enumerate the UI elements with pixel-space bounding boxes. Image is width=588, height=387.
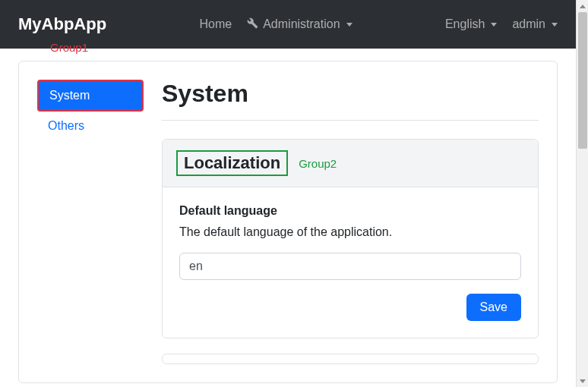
nav-home[interactable]: Home: [199, 17, 232, 31]
tab-others[interactable]: Others: [37, 112, 144, 140]
next-panel-partial: [162, 354, 539, 364]
panel-title: Localization: [176, 150, 288, 176]
default-language-input[interactable]: [179, 253, 521, 280]
localization-panel: Localization Group2 Default language The…: [162, 139, 539, 338]
wrench-icon: [247, 17, 258, 32]
nav-language-label: English: [445, 17, 485, 31]
settings-tabs: System Others: [37, 80, 144, 140]
scroll-thumb[interactable]: [578, 12, 587, 149]
annotation-group1: Group1: [50, 41, 88, 54]
nav-user-label: admin: [512, 17, 545, 31]
nav-home-label: Home: [199, 17, 232, 31]
tab-system-label: System: [49, 89, 90, 102]
scroll-down-button[interactable]: [577, 375, 588, 387]
nav-administration[interactable]: Administration: [247, 17, 352, 32]
nav-administration-label: Administration: [263, 17, 340, 31]
chevron-down-icon: [580, 379, 586, 383]
app-brand[interactable]: MyAbpApp: [18, 14, 106, 34]
tab-system[interactable]: System: [37, 80, 144, 112]
field-label-default-language: Default language: [179, 204, 521, 218]
page-title: System: [162, 80, 539, 108]
scrollbar-vertical[interactable]: [576, 0, 588, 387]
tab-others-label: Others: [48, 119, 84, 132]
caret-down-icon: [346, 23, 352, 27]
nav-user[interactable]: admin: [512, 17, 558, 31]
settings-card: System Others System Localization: [18, 61, 558, 383]
caret-down-icon: [491, 23, 497, 27]
chevron-up-icon: [580, 5, 586, 8]
nav-language[interactable]: English: [445, 17, 497, 31]
scroll-up-button[interactable]: [577, 0, 588, 12]
divider: [162, 120, 539, 121]
panel-header: Localization Group2: [163, 140, 538, 187]
caret-down-icon: [552, 23, 558, 27]
field-desc-default-language: The default language of the application.: [179, 225, 521, 239]
save-button[interactable]: Save: [466, 294, 521, 321]
annotation-group2: Group2: [299, 157, 337, 170]
